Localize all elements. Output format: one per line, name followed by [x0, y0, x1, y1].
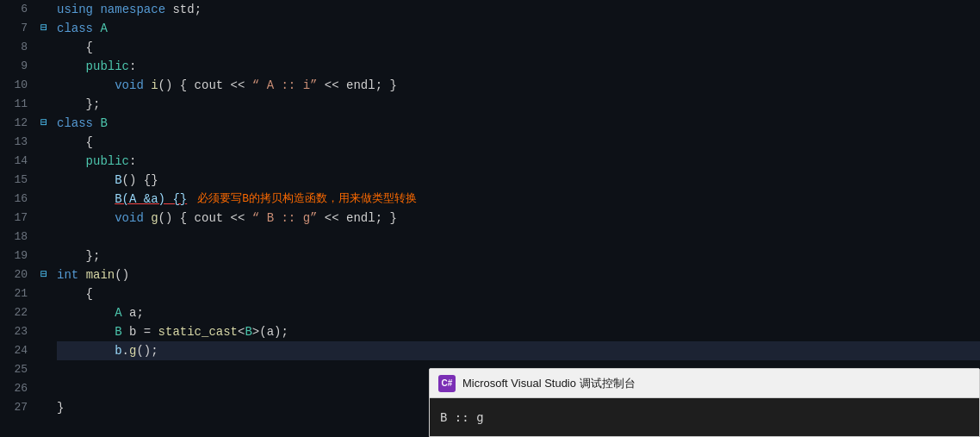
line-number: 26: [0, 379, 28, 398]
code-token: i: [151, 76, 158, 95]
code-line: class B: [57, 114, 980, 133]
line-number: 25: [0, 360, 28, 379]
gutter: ⊟⊟⊟: [34, 0, 53, 437]
code-token: public: [86, 152, 129, 171]
line-number: 13: [0, 133, 28, 152]
code-line: class A: [57, 19, 980, 38]
code-annotation: 必须要写B的拷贝构造函数，用来做类型转换: [197, 190, 417, 209]
code-token: B: [115, 322, 121, 341]
code-token-red: B(A &a) {}: [115, 190, 187, 209]
fold-indicator: [34, 0, 53, 19]
fold-indicator: [34, 152, 53, 171]
line-number: 20: [0, 265, 28, 284]
code-token: [93, 19, 100, 38]
code-line: void i() { cout << “ A :: i” << endl; }: [57, 76, 980, 95]
code-token: void: [115, 76, 144, 95]
fold-indicator: [34, 228, 53, 247]
code-token: >(a);: [252, 322, 288, 341]
code-token: class: [57, 114, 93, 133]
code-line: void g() { cout << “ B :: g” << endl; }: [57, 209, 980, 228]
code-token: class: [57, 19, 93, 38]
code-token: A: [100, 19, 107, 38]
code-line: {: [57, 38, 980, 57]
fold-indicator: [34, 322, 53, 341]
fold-indicator: [34, 284, 53, 303]
code-token: “ A :: i”: [252, 76, 318, 95]
fold-indicator: [34, 171, 53, 190]
fold-indicator: [34, 209, 53, 228]
code-line: int main(): [57, 265, 980, 284]
fold-indicator: [34, 133, 53, 152]
code-token: [78, 265, 85, 284]
code-token: (): [115, 265, 129, 284]
code-token: <: [238, 322, 245, 341]
code-line: b.g();: [57, 341, 980, 360]
code-token: b: [115, 341, 121, 360]
code-token: main: [86, 265, 115, 284]
fold-indicator: [34, 341, 53, 360]
fold-indicator: [34, 190, 53, 209]
fold-indicator: [34, 76, 53, 95]
panel-title: Microsoft Visual Studio 调试控制台: [462, 376, 636, 391]
code-token: public: [86, 57, 129, 76]
code-token: void: [115, 209, 144, 228]
fold-indicator: [34, 38, 53, 57]
line-number: 16: [0, 190, 28, 209]
fold-indicator: [34, 398, 53, 417]
fold-indicator: [34, 247, 53, 265]
code-line: };: [57, 95, 980, 114]
code-line: public:: [57, 57, 980, 76]
fold-indicator: [34, 303, 53, 322]
line-number: 18: [0, 228, 28, 247]
fold-indicator: [34, 95, 53, 114]
code-token: std;: [165, 0, 202, 19]
code-token: [93, 114, 100, 133]
code-token: namespace: [100, 0, 165, 19]
line-number: 6: [0, 0, 28, 19]
code-token: () {}: [122, 171, 158, 190]
code-token: };: [86, 95, 101, 114]
code-token: () { cout <<: [158, 209, 252, 228]
code-token: B: [115, 171, 121, 190]
fold-indicator[interactable]: ⊟: [34, 19, 53, 38]
code-token: [93, 0, 100, 19]
code-token: b =: [122, 322, 158, 341]
fold-indicator: [34, 57, 53, 76]
code-token: {: [86, 38, 93, 57]
line-number: 17: [0, 209, 28, 228]
code-line: [57, 228, 980, 247]
line-number: 11: [0, 95, 28, 114]
line-number: 8: [0, 38, 28, 57]
line-number: 7: [0, 19, 28, 38]
code-token: ();: [136, 341, 158, 360]
panel-content: B :: g: [430, 398, 979, 436]
line-number: 24: [0, 341, 28, 360]
code-token: };: [86, 247, 101, 265]
code-line: public:: [57, 152, 980, 171]
code-token: [144, 76, 151, 95]
code-token: () { cout <<: [158, 76, 252, 95]
code-line: using namespace std;: [57, 0, 980, 19]
code-line: B b = static_cast<B>(a);: [57, 322, 980, 341]
line-number: 21: [0, 284, 28, 303]
code-token: a;: [122, 303, 144, 322]
code-token: int: [57, 265, 78, 284]
code-token: B: [245, 322, 251, 341]
vs-icon: C#: [438, 375, 456, 392]
code-token: << endl; }: [317, 76, 396, 95]
code-token: .: [122, 341, 129, 360]
fold-indicator[interactable]: ⊟: [34, 265, 53, 284]
code-token: :: [129, 57, 136, 76]
code-token: A: [115, 303, 121, 322]
code-token: g: [129, 341, 136, 360]
line-number: 12: [0, 114, 28, 133]
line-number: 15: [0, 171, 28, 190]
code-line: {: [57, 284, 980, 303]
debug-console-panel: C# Microsoft Visual Studio 调试控制台 B :: g: [429, 368, 980, 437]
code-line: B() {}: [57, 171, 980, 190]
code-token: {: [86, 133, 93, 152]
fold-indicator[interactable]: ⊟: [34, 114, 53, 133]
line-number: 19: [0, 247, 28, 265]
code-token: [144, 209, 151, 228]
line-number: 27: [0, 398, 28, 417]
